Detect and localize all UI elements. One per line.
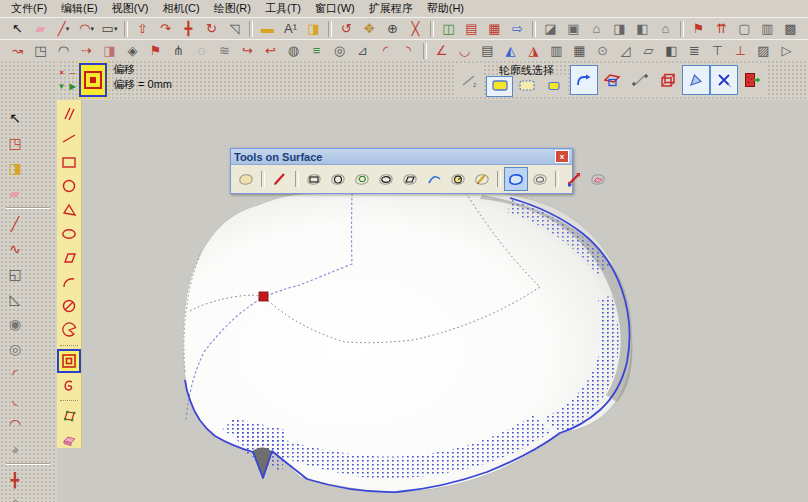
- anchor-tool[interactable]: ⊥: [729, 40, 752, 61]
- polyline-tool[interactable]: ◳: [29, 40, 52, 61]
- contour-solid-button[interactable]: [486, 76, 513, 97]
- drum-tool[interactable]: ◎: [328, 40, 351, 61]
- dock-pie-filled-tool[interactable]: ◕: [1, 436, 29, 461]
- circle-on-surface-tool[interactable]: [57, 174, 81, 198]
- dock-line-tool[interactable]: ╱: [1, 211, 29, 236]
- fence-a-tool[interactable]: ▥: [545, 40, 568, 61]
- dock-eraser-tool[interactable]: ▰: [1, 180, 29, 205]
- flag-box-tool[interactable]: ⚑: [144, 40, 167, 61]
- bezier-spline-tool[interactable]: ↝: [6, 40, 29, 61]
- curve-nodes-tool[interactable]: ⇢: [75, 40, 98, 61]
- followme-on-surface-button[interactable]: [562, 167, 586, 191]
- panel-fold-tool[interactable]: ▱: [637, 40, 660, 61]
- cut-tool[interactable]: ⋔: [167, 40, 190, 61]
- collapse-measure-button[interactable]: --: [66, 65, 79, 80]
- round-brush-tool[interactable]: ⊙: [591, 40, 614, 61]
- flag2-tool[interactable]: ◮: [522, 40, 545, 61]
- section-plane-tool[interactable]: ◫: [437, 18, 460, 39]
- parallelogram-on-surface-button[interactable]: [398, 167, 422, 191]
- parallelogram-on-surface-tool[interactable]: [57, 246, 81, 270]
- bend-arrow-button[interactable]: [570, 65, 598, 95]
- arc-tool[interactable]: ◠▾: [75, 18, 98, 39]
- menu-item-camera[interactable]: 相机(C): [155, 0, 206, 17]
- display-section-cuts-toggle[interactable]: ▦: [483, 18, 506, 39]
- dock-make-component-tool[interactable]: ◳: [1, 130, 29, 155]
- dock-3pt-arc-tool[interactable]: ◠: [1, 411, 29, 436]
- fence-b-tool[interactable]: ▦: [568, 40, 591, 61]
- curve-hook-tool[interactable]: ↪: [236, 40, 259, 61]
- menu-item-extensions[interactable]: 扩展程序: [362, 0, 420, 17]
- line-on-surface-tool[interactable]: [57, 126, 81, 150]
- dropdown-arrow-icon[interactable]: ▾: [90, 25, 94, 33]
- contour-small-button[interactable]: [540, 76, 567, 97]
- arc-on-surface-button[interactable]: [422, 167, 446, 191]
- box-diamond-tool[interactable]: ◈: [121, 40, 144, 61]
- close-icon[interactable]: x: [555, 150, 569, 163]
- menu-item-edit[interactable]: 编辑(E): [54, 0, 105, 17]
- ellipse-on-surface-tool[interactable]: [57, 222, 81, 246]
- polygon-points-on-surface-tool[interactable]: [57, 404, 81, 428]
- line-tool[interactable]: ╱▾: [52, 18, 75, 39]
- pipe-elbow-tool[interactable]: ◿: [614, 40, 637, 61]
- shell-tool[interactable]: ◍: [282, 40, 305, 61]
- rotate-tool[interactable]: ↻: [200, 18, 223, 39]
- dock-rectangle-tool[interactable]: ◱: [1, 261, 29, 286]
- view-back-button[interactable]: ◧: [631, 18, 654, 39]
- plugin-fence-tool[interactable]: ▥: [756, 18, 779, 39]
- corner-arc-tool[interactable]: ◜: [374, 40, 397, 61]
- view-iso-button[interactable]: ◪: [539, 18, 562, 39]
- pie-on-surface-tool[interactable]: [57, 318, 81, 342]
- tape-measure-tool[interactable]: ▬: [256, 18, 279, 39]
- line-style-button[interactable]: 2: [455, 65, 483, 95]
- circle-slash-on-surface-tool[interactable]: [57, 294, 81, 318]
- dock-select-tool[interactable]: ↖: [1, 105, 29, 130]
- plugin-stairs-tool[interactable]: ⇈: [710, 18, 733, 39]
- circle-sketch-tool[interactable]: ◌: [190, 40, 213, 61]
- menu-item-draw[interactable]: 绘图(R): [207, 0, 258, 17]
- cone-tool[interactable]: ◭: [499, 40, 522, 61]
- circle-on-surface-button[interactable]: [326, 167, 350, 191]
- pie-on-surface-button[interactable]: [446, 167, 470, 191]
- dock-paint-bucket-tool[interactable]: ◨: [1, 155, 29, 180]
- offset-contour-button[interactable]: [528, 167, 552, 191]
- parallel-lines-on-surface-tool[interactable]: [57, 102, 81, 126]
- zoom-extents-tool[interactable]: ╳: [404, 18, 427, 39]
- menu-item-file[interactable]: 文件(F): [4, 0, 54, 17]
- corner-arc2-tool[interactable]: ◝: [397, 40, 420, 61]
- paint-roller-tool[interactable]: ◨: [98, 40, 121, 61]
- pan-tool[interactable]: ✥: [358, 18, 381, 39]
- tools-on-surface-titlebar[interactable]: Tools on Surface x: [231, 149, 572, 165]
- orbit-tool[interactable]: ↺: [335, 18, 358, 39]
- section-export-tool[interactable]: ⇨: [506, 18, 529, 39]
- triangle-select-button[interactable]: [682, 65, 710, 95]
- plugin-window-tool[interactable]: ▢: [733, 18, 756, 39]
- eraser-tool[interactable]: ▰: [29, 18, 52, 39]
- face-on-surface-button[interactable]: [234, 167, 258, 191]
- view-right-button[interactable]: ◨: [608, 18, 631, 39]
- dock-pie-tool[interactable]: ◟: [1, 386, 29, 411]
- extrude-tool[interactable]: ▤: [476, 40, 499, 61]
- dropdown-arrow-icon[interactable]: ▾: [114, 25, 118, 33]
- cloud-tool[interactable]: ≋: [213, 40, 236, 61]
- arc-on-surface-tool[interactable]: [57, 270, 81, 294]
- blade-tool[interactable]: ◡: [453, 40, 476, 61]
- plus-line-button[interactable]: [626, 65, 654, 95]
- ellipse-on-surface-button[interactable]: [374, 167, 398, 191]
- view-top-button[interactable]: ▣: [562, 18, 585, 39]
- dock-polygon-tool[interactable]: ◎: [1, 336, 29, 361]
- arc-center-tool[interactable]: ◠: [52, 40, 75, 61]
- dropdown-arrow-icon[interactable]: ▾: [66, 25, 70, 33]
- plugin-flag-tool[interactable]: ⚑: [687, 18, 710, 39]
- offset-on-surface-button[interactable]: [504, 167, 528, 191]
- ramp-tool[interactable]: ▨: [752, 40, 775, 61]
- angle-tool[interactable]: ∠: [430, 40, 453, 61]
- wedge-tool[interactable]: ⊿: [351, 40, 374, 61]
- face-swap-button[interactable]: [598, 65, 626, 95]
- offset-active-tool-icon[interactable]: [79, 63, 107, 97]
- dock-rotated-rectangle-tool[interactable]: ◺: [1, 286, 29, 311]
- move-tool[interactable]: ╋: [177, 18, 200, 39]
- push-pull-tool[interactable]: ⇧: [131, 18, 154, 39]
- plugin-fence-dense-tool[interactable]: ▩: [779, 18, 802, 39]
- layers-tool[interactable]: ≣: [683, 40, 706, 61]
- view-front-button[interactable]: ⌂: [585, 18, 608, 39]
